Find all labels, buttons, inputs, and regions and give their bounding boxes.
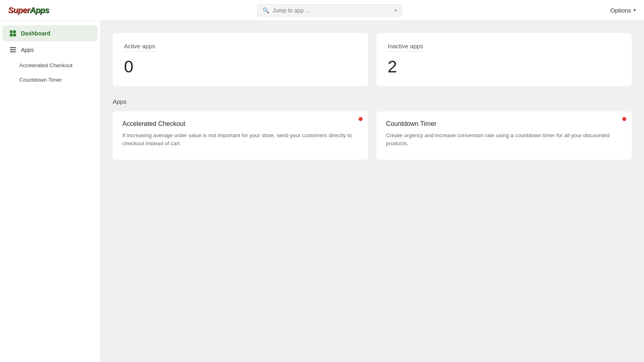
- layout: Dashboard Apps Accelerated Checkout Coun…: [0, 21, 644, 362]
- svg-rect-3: [13, 34, 16, 37]
- sidebar-item-accelerated-checkout[interactable]: Accelerated Checkout: [2, 58, 98, 72]
- inactive-apps-card: Inactive apps 2: [376, 33, 632, 86]
- app-card-countdown-timer[interactable]: Countdown Timer Create urgency and incre…: [376, 111, 632, 160]
- svg-rect-4: [10, 47, 16, 48]
- active-apps-label: Active apps: [124, 43, 155, 51]
- sidebar-item-countdown-timer[interactable]: Countdown Timer: [2, 73, 98, 87]
- active-apps-value: 0: [124, 57, 357, 76]
- apps-grid: Accelerated Checkout If increasing avera…: [113, 111, 632, 160]
- dashboard-icon: [9, 29, 17, 37]
- sidebar-item-label-apps: Apps: [21, 47, 34, 53]
- main-content: Active apps 0 Inactive apps 2 Apps Accel…: [101, 21, 644, 362]
- sidebar-item-apps[interactable]: Apps: [2, 42, 98, 58]
- apps-icon: [9, 46, 17, 54]
- search-icon: 🔍: [262, 7, 269, 14]
- topbar: SuperApps 🔍 ▾ Options ▾: [0, 0, 644, 21]
- options-arrow-icon: ▾: [634, 8, 636, 13]
- svg-rect-0: [10, 31, 13, 33]
- inactive-apps-value: 2: [388, 57, 621, 76]
- stats-row: Active apps 0 Inactive apps 2: [113, 33, 632, 86]
- sidebar-item-dashboard[interactable]: Dashboard: [2, 25, 98, 41]
- options-button[interactable]: Options ▾: [610, 7, 636, 14]
- apps-section-title: Apps: [113, 98, 632, 105]
- chevron-down-icon: ▾: [394, 8, 397, 13]
- inactive-apps-label: Inactive apps: [388, 43, 423, 51]
- sidebar: Dashboard Apps Accelerated Checkout Coun…: [0, 21, 101, 362]
- app-card-desc-accelerated-checkout: If increasing average order value is not…: [122, 132, 359, 148]
- search-bar[interactable]: 🔍 ▾: [257, 4, 402, 16]
- logo: SuperApps: [8, 6, 49, 15]
- options-label: Options: [610, 7, 631, 14]
- svg-rect-5: [10, 49, 16, 50]
- app-card-desc-countdown-timer: Create urgency and increase conversion r…: [386, 132, 622, 148]
- search-input[interactable]: [272, 7, 391, 14]
- app-card-title-countdown-timer: Countdown Timer: [386, 120, 622, 128]
- sidebar-item-label-dashboard: Dashboard: [21, 30, 50, 37]
- app-card-accelerated-checkout[interactable]: Accelerated Checkout If increasing avera…: [113, 111, 368, 160]
- status-dot-accelerated-checkout: [359, 117, 363, 121]
- svg-rect-6: [10, 51, 16, 52]
- status-dot-countdown-timer: [622, 117, 626, 121]
- svg-rect-1: [13, 31, 16, 33]
- sidebar-item-label-accelerated-checkout: Accelerated Checkout: [19, 62, 72, 68]
- app-card-title-accelerated-checkout: Accelerated Checkout: [122, 120, 359, 128]
- active-apps-card: Active apps 0: [113, 33, 368, 86]
- svg-rect-2: [10, 34, 13, 37]
- apps-section: Apps Accelerated Checkout If increasing …: [113, 98, 632, 160]
- sidebar-item-label-countdown-timer: Countdown Timer: [19, 77, 62, 83]
